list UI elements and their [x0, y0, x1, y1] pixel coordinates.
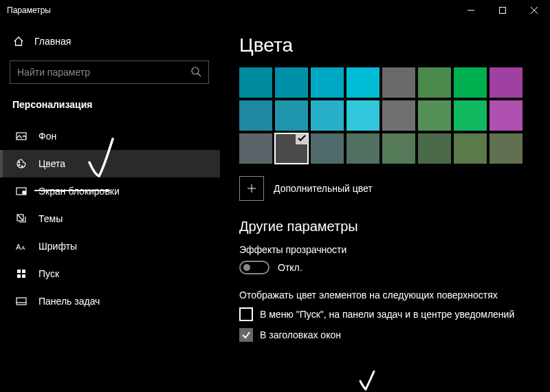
- start-icon: [15, 268, 28, 279]
- home-link[interactable]: Главная: [0, 28, 220, 55]
- sidebar-item-taskbar[interactable]: Панель задач: [0, 287, 220, 315]
- svg-rect-18: [22, 274, 25, 278]
- checkbox-titlebars-label: В заголовках окон: [260, 329, 341, 340]
- color-swatch[interactable]: [275, 67, 308, 98]
- maximize-button[interactable]: [487, 0, 518, 21]
- color-swatch[interactable]: [311, 67, 344, 98]
- sidebar-item-fonts[interactable]: AA Шрифты: [0, 232, 220, 260]
- sidebar-item-start[interactable]: Пуск: [0, 260, 220, 287]
- color-swatch[interactable]: [275, 100, 308, 131]
- transparency-toggle[interactable]: [239, 261, 270, 274]
- sidebar-item-label: Темы: [38, 213, 63, 224]
- svg-point-7: [19, 162, 20, 163]
- color-swatch[interactable]: [454, 67, 487, 98]
- svg-rect-19: [16, 298, 26, 305]
- sidebar-item-label: Фон: [38, 131, 56, 142]
- svg-line-5: [198, 74, 201, 76]
- themes-icon: [15, 213, 28, 224]
- svg-point-8: [19, 164, 20, 166]
- svg-text:A: A: [16, 243, 21, 251]
- color-swatch[interactable]: [239, 100, 272, 131]
- palette-icon: [15, 158, 28, 169]
- sidebar-item-label: Пуск: [38, 268, 59, 279]
- color-swatch[interactable]: [454, 133, 487, 164]
- custom-color-label: Дополнительный цвет: [274, 183, 373, 194]
- page-title: Цвета: [239, 34, 534, 56]
- picture-icon: [15, 131, 28, 142]
- checkbox-start-taskbar[interactable]: [239, 307, 253, 321]
- taskbar-icon: [15, 296, 28, 307]
- fonts-icon: AA: [15, 241, 28, 251]
- color-swatch[interactable]: [454, 100, 487, 131]
- color-swatch[interactable]: [275, 133, 308, 164]
- color-palette: [239, 67, 534, 164]
- color-swatch[interactable]: [346, 133, 380, 164]
- content-area: Цвета Дополнительный цвет Другие парамет…: [220, 21, 550, 392]
- sidebar-item-label: Шрифты: [38, 241, 77, 252]
- sidebar: Главная Найти параметр Персонализация: [0, 21, 220, 392]
- svg-rect-1: [500, 8, 506, 14]
- color-swatch[interactable]: [382, 67, 415, 98]
- color-swatch[interactable]: [490, 100, 522, 131]
- svg-rect-17: [17, 274, 21, 278]
- section-title: Персонализация: [0, 95, 220, 122]
- transparency-value: Откл.: [278, 262, 302, 273]
- home-label: Главная: [34, 36, 71, 47]
- window-controls: [455, 0, 550, 21]
- svg-rect-15: [17, 270, 21, 273]
- settings-window: Параметры Главная: [0, 0, 550, 392]
- sidebar-item-label: Экран блокировки: [38, 186, 120, 197]
- color-swatch[interactable]: [382, 100, 415, 131]
- search-input[interactable]: Найти параметр: [10, 61, 209, 84]
- color-swatch[interactable]: [382, 133, 415, 164]
- minimize-button[interactable]: [455, 0, 487, 21]
- lockscreen-icon: [15, 186, 28, 197]
- other-params-heading: Другие параметры: [239, 219, 534, 235]
- color-swatch[interactable]: [346, 100, 380, 131]
- surfaces-label: Отображать цвет элементов на следующих п…: [239, 290, 534, 301]
- color-swatch[interactable]: [346, 67, 380, 98]
- sidebar-item-background[interactable]: Фон: [0, 122, 220, 150]
- color-swatch[interactable]: [490, 67, 522, 98]
- search-icon: [190, 66, 201, 79]
- color-swatch[interactable]: [418, 133, 451, 164]
- window-title: Параметры: [7, 6, 51, 15]
- add-custom-color-button[interactable]: [239, 176, 264, 201]
- svg-text:A: A: [21, 245, 25, 251]
- svg-point-4: [192, 67, 199, 74]
- svg-point-9: [21, 166, 23, 167]
- home-icon: [12, 36, 25, 47]
- sidebar-item-themes[interactable]: Темы: [0, 205, 220, 232]
- color-swatch[interactable]: [239, 133, 272, 164]
- svg-rect-11: [23, 191, 25, 194]
- checkbox-titlebars[interactable]: [239, 328, 253, 342]
- color-swatch[interactable]: [418, 100, 451, 131]
- color-swatch[interactable]: [239, 67, 272, 98]
- checkbox-start-label: В меню "Пуск", на панели задач и в центр…: [260, 309, 514, 320]
- search-placeholder: Найти параметр: [17, 67, 90, 78]
- color-swatch[interactable]: [311, 133, 344, 164]
- color-swatch[interactable]: [418, 67, 451, 98]
- svg-rect-16: [22, 270, 25, 273]
- color-swatch[interactable]: [490, 133, 522, 164]
- sidebar-item-colors[interactable]: Цвета: [0, 150, 220, 177]
- transparency-label: Эффекты прозрачности: [239, 244, 534, 255]
- sidebar-item-label: Цвета: [38, 158, 65, 169]
- sidebar-item-lockscreen[interactable]: Экран блокировки: [0, 177, 220, 205]
- sidebar-item-label: Панель задач: [38, 296, 100, 307]
- color-swatch[interactable]: [311, 100, 344, 131]
- titlebar: Параметры: [0, 0, 550, 21]
- close-button[interactable]: [518, 0, 550, 21]
